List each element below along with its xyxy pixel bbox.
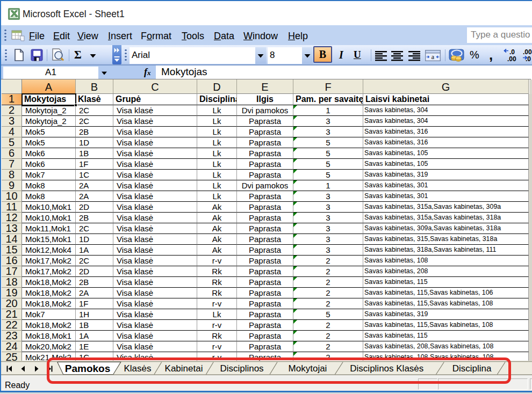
svg-text:a: a bbox=[432, 53, 435, 61]
svg-text:.00: .00 bbox=[523, 48, 532, 56]
svg-text:.00: .00 bbox=[507, 55, 516, 63]
svg-text:.0: .0 bbox=[526, 55, 531, 63]
svg-text:.0: .0 bbox=[509, 48, 515, 56]
